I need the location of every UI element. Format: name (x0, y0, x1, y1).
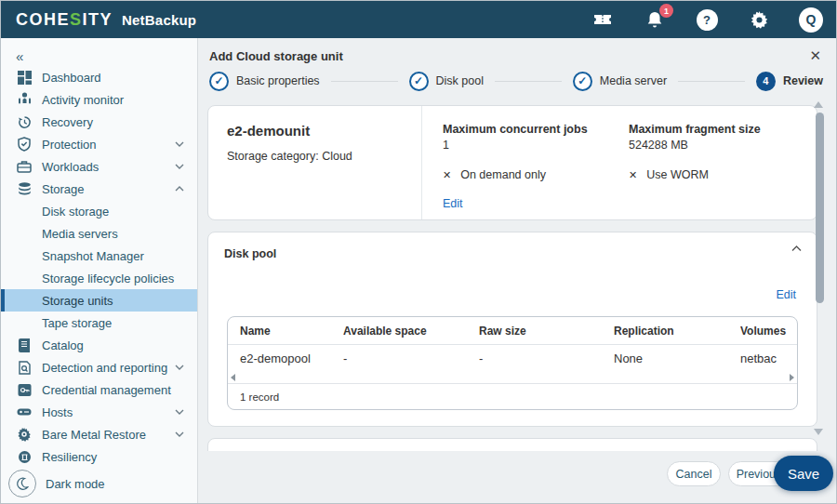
scroll-right-arrow-icon[interactable] (790, 374, 794, 381)
dashboard-icon (16, 69, 33, 86)
x-icon: ✕ (629, 169, 637, 181)
column-header-replication: Replication (614, 325, 740, 338)
x-icon: ✕ (443, 169, 451, 181)
wizard-stepper: ✓ Basic properties ✓ Disk pool ✓ Media s… (209, 69, 823, 93)
resiliency-icon (16, 448, 33, 465)
scroll-down-arrow-icon[interactable] (814, 429, 823, 435)
step-disk-pool[interactable]: ✓ Disk pool (409, 72, 484, 91)
close-icon[interactable]: ✕ (809, 47, 821, 64)
scroll-up-arrow-icon[interactable] (814, 101, 823, 108)
sidebar-item-catalog[interactable]: Catalog (1, 334, 197, 356)
step-connector (678, 81, 745, 82)
chevron-down-icon (175, 365, 184, 370)
cell-replication: None (614, 351, 740, 365)
storage-unit-name: e2-demounit (227, 123, 421, 139)
chevron-down-icon (175, 409, 184, 415)
column-header-volumes: Volumes (740, 325, 797, 338)
recovery-history-icon (16, 113, 33, 130)
scroll-left-arrow-icon[interactable] (231, 374, 235, 381)
step-connector (331, 81, 398, 82)
sidebar-item-activity-monitor[interactable]: Activity monitor (1, 88, 197, 111)
catalog-book-icon (16, 337, 33, 353)
notifications-bell-icon[interactable]: 1 (643, 7, 667, 32)
chevron-up-icon[interactable] (791, 245, 802, 252)
chevron-down-icon (175, 141, 184, 147)
disk-pool-title: Disk pool (224, 247, 276, 260)
sidebar: « Dashboard Activity monitor Recovery Pr… (1, 38, 198, 503)
activity-monitor-icon (16, 91, 33, 108)
cell-volumes: netbac (740, 351, 797, 365)
dark-mode-toggle[interactable]: Dark mode (8, 470, 105, 497)
column-header-name: Name (228, 325, 343, 338)
storage-unit-summary-card: e2-demounit Storage category: Cloud Maxi… (207, 105, 817, 220)
cell-name: e2-demopool (228, 351, 343, 365)
vertical-scroll-thumb[interactable] (816, 113, 824, 303)
edit-properties-link[interactable]: Edit (443, 197, 463, 210)
table-row[interactable]: e2-demopool - - None netbac (228, 345, 797, 372)
cancel-button[interactable]: Cancel (667, 461, 721, 486)
add-cloud-storage-unit-panel: Add Cloud storage unit ✕ ✓ Basic propert… (198, 38, 836, 503)
step-media-server[interactable]: ✓ Media server (573, 72, 667, 91)
sidebar-collapse-button[interactable]: « (1, 46, 197, 66)
storage-category: Storage category: Cloud (227, 150, 421, 163)
top-bar: COHESITY NetBackup 1 ? Q (1, 1, 836, 38)
max-concurrent-jobs-label: Maximum concurrent jobs (443, 123, 608, 136)
edit-disk-pool-link[interactable]: Edit (776, 288, 796, 301)
max-concurrent-jobs-value: 1 (443, 139, 608, 152)
sidebar-item-protection[interactable]: Protection (1, 133, 197, 155)
chevron-up-icon (175, 186, 184, 192)
sidebar-item-storage-lifecycle-policies[interactable]: Storage lifecycle policies (1, 267, 197, 289)
sidebar-item-storage-units[interactable]: Storage units (1, 289, 197, 312)
step-connector (495, 81, 562, 82)
sidebar-item-storage[interactable]: Storage (1, 178, 197, 200)
step-check-icon: ✓ (409, 72, 429, 91)
disk-pool-table: Name Available space Raw size Replicatio… (227, 316, 798, 410)
record-count: 1 record (228, 384, 797, 409)
chevron-down-icon (175, 164, 184, 169)
sidebar-item-detection-and-reporting[interactable]: Detection and reporting (1, 356, 197, 378)
sidebar-item-disk-storage[interactable]: Disk storage (1, 200, 197, 222)
disk-pool-card: Disk pool Edit Name Available space Raw … (207, 232, 817, 427)
detection-report-icon (16, 359, 33, 376)
sidebar-item-tape-storage[interactable]: Tape storage (1, 312, 197, 334)
moon-icon (8, 470, 36, 497)
protection-shield-icon (16, 136, 33, 153)
step-number: 4 (756, 72, 776, 91)
save-button[interactable]: Save (774, 456, 833, 491)
ticket-icon[interactable] (591, 7, 615, 32)
step-check-icon: ✓ (209, 72, 229, 91)
step-check-icon: ✓ (573, 72, 592, 91)
product-name: NetBackup (122, 12, 196, 28)
sidebar-item-dashboard[interactable]: Dashboard (1, 66, 197, 88)
column-header-raw-size: Raw size (479, 325, 614, 338)
step-basic-properties[interactable]: ✓ Basic properties (209, 72, 320, 91)
step-review[interactable]: 4 Review (756, 72, 823, 91)
sidebar-item-hosts[interactable]: Hosts (1, 401, 197, 423)
notification-badge: 1 (659, 4, 673, 18)
cell-available-space: - (343, 351, 479, 365)
hosts-server-icon (16, 404, 33, 420)
page-title: Add Cloud storage unit (209, 49, 343, 63)
on-demand-only-label: On demand only (460, 168, 546, 181)
max-fragment-size-value: 524288 MB (629, 139, 761, 152)
chevron-down-icon (175, 431, 184, 437)
credential-key-icon (16, 381, 33, 398)
sidebar-item-resiliency[interactable]: Resiliency (1, 445, 197, 468)
sidebar-item-recovery[interactable]: Recovery (1, 111, 197, 133)
sidebar-item-credential-management[interactable]: Credential management (1, 378, 197, 401)
sidebar-item-media-servers[interactable]: Media servers (1, 222, 197, 245)
cohesity-logo: COHESITY (16, 10, 113, 30)
user-avatar[interactable]: Q (799, 7, 823, 32)
sidebar-item-snapshot-manager[interactable]: Snapshot Manager (1, 245, 197, 267)
collapse-chevrons-icon: « (16, 48, 23, 64)
wizard-footer: Cancel Previous Save (198, 451, 836, 503)
horizontal-scrollbar[interactable] (228, 372, 797, 384)
workloads-briefcase-icon (16, 158, 33, 175)
cell-raw-size: - (479, 351, 614, 365)
help-icon[interactable]: ? (695, 7, 719, 32)
max-fragment-size-label: Maximum fragment size (629, 123, 761, 136)
sidebar-item-bare-metal-restore[interactable]: Bare Metal Restore (1, 423, 197, 445)
settings-gear-icon[interactable] (747, 7, 771, 32)
storage-database-icon (16, 180, 33, 197)
sidebar-item-workloads[interactable]: Workloads (1, 155, 197, 178)
